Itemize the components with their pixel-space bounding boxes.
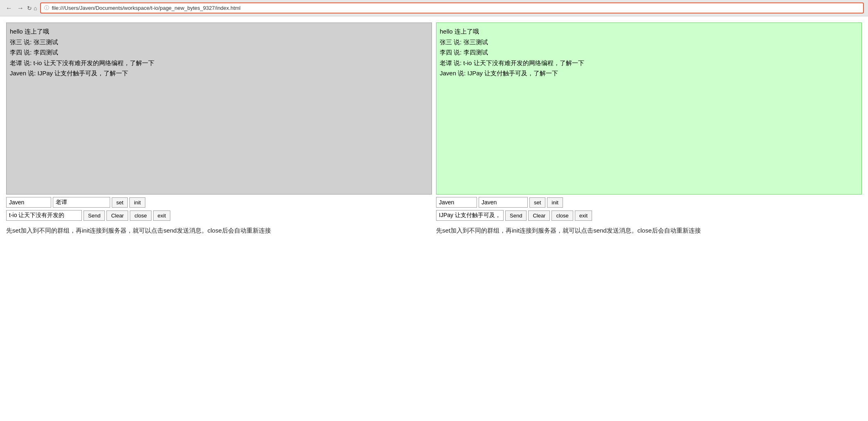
left-message-1: hello 连上了哦: [10, 26, 428, 37]
right-close-button[interactable]: close: [552, 210, 573, 221]
page-content: hello 连上了哦 张三 说: 张三测试 李四 说: 李四测试 老谭 说: t…: [0, 16, 868, 421]
left-description: 先set加入到不同的群组，再init连接到服务器，就可以点击send发送消息。c…: [6, 225, 432, 236]
right-message-5: Javen 说: IJPay 让支付触手可及，了解一下: [440, 68, 858, 79]
right-controls-row1: set init: [436, 197, 862, 208]
left-exit-button[interactable]: exit: [153, 210, 170, 221]
left-message-area: hello 连上了哦 张三 说: 张三测试 李四 说: 李四测试 老谭 说: t…: [6, 23, 432, 195]
address-input[interactable]: [52, 5, 860, 11]
left-close-button[interactable]: close: [130, 210, 151, 221]
left-message-input[interactable]: [6, 210, 82, 221]
back-button[interactable]: ←: [4, 4, 14, 13]
left-message-4: 老谭 说: t-io 让天下没有难开发的网络编程，了解一下: [10, 58, 428, 68]
left-message-2: 张三 说: 张三测试: [10, 37, 428, 48]
left-init-button[interactable]: init: [129, 197, 145, 208]
browser-toolbar: ← → ↻ ⌂ ⓘ: [0, 0, 868, 16]
right-exit-button[interactable]: exit: [575, 210, 592, 221]
left-group-input[interactable]: [53, 197, 110, 208]
right-send-button[interactable]: Send: [505, 210, 527, 221]
left-clear-button[interactable]: Clear: [106, 210, 128, 221]
right-group-input[interactable]: [479, 197, 528, 208]
left-controls-row1: set init: [6, 197, 432, 208]
right-description: 先set加入到不同的群组，再init连接到服务器，就可以点击send发送消息。c…: [436, 225, 862, 236]
right-message-2: 张三 说: 张三测试: [440, 37, 858, 48]
right-controls-row2: Send Clear close exit: [436, 210, 862, 221]
forward-button[interactable]: →: [16, 4, 25, 13]
nav-buttons: ← → ↻ ⌂: [4, 4, 37, 13]
info-icon: ⓘ: [44, 5, 49, 11]
right-message-1: hello 连上了哦: [440, 26, 858, 37]
left-name-input[interactable]: [6, 197, 51, 208]
left-controls-row2: Send Clear close exit: [6, 210, 432, 221]
right-message-area: hello 连上了哦 张三 说: 张三测试 李四 说: 李四测试 老谭 说: t…: [436, 23, 862, 195]
address-bar[interactable]: ⓘ: [40, 2, 864, 14]
left-message-3: 李四 说: 李四测试: [10, 47, 428, 58]
home-button[interactable]: ⌂: [34, 5, 37, 11]
left-message-5: Javen 说: IJPay 让支付触手可及，了解一下: [10, 68, 428, 79]
right-init-button[interactable]: init: [547, 197, 563, 208]
right-set-button[interactable]: set: [529, 197, 545, 208]
right-message-4: 老谭 说: t-io 让天下没有难开发的网络编程，了解一下: [440, 58, 858, 68]
right-panel: hello 连上了哦 张三 说: 张三测试 李四 说: 李四测试 老谭 说: t…: [436, 23, 862, 415]
left-send-button[interactable]: Send: [84, 210, 105, 221]
right-clear-button[interactable]: Clear: [528, 210, 550, 221]
refresh-button[interactable]: ↻: [27, 5, 32, 11]
right-message-3: 李四 说: 李四测试: [440, 47, 858, 58]
left-panel: hello 连上了哦 张三 说: 张三测试 李四 说: 李四测试 老谭 说: t…: [6, 23, 432, 415]
left-set-button[interactable]: set: [112, 197, 128, 208]
right-message-input[interactable]: [436, 210, 504, 221]
right-name-input[interactable]: [436, 197, 477, 208]
